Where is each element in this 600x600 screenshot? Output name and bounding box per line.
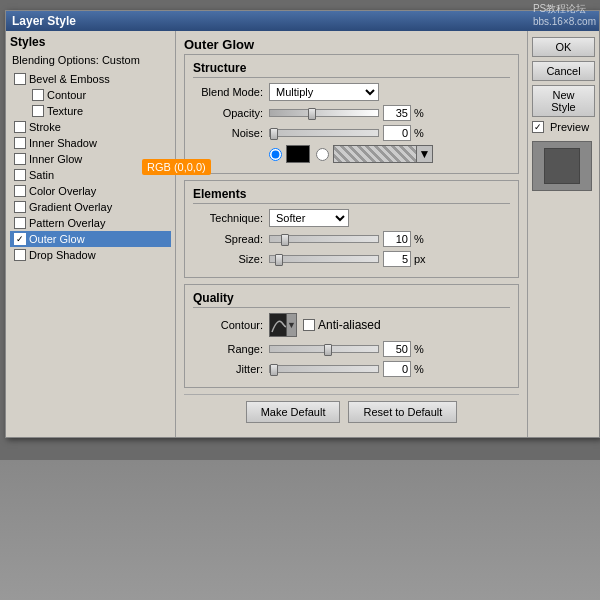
styles-panel: Styles Blending Options: Custom Bevel & … bbox=[6, 31, 176, 437]
blending-options-item[interactable]: Blending Options: Custom bbox=[10, 53, 171, 67]
color-swatch-gradient[interactable]: ▼ bbox=[333, 145, 433, 163]
anti-aliased-row: Anti-aliased bbox=[303, 318, 381, 332]
outer-glow-checkbox[interactable] bbox=[14, 233, 26, 245]
anti-aliased-label: Anti-aliased bbox=[318, 318, 381, 332]
opacity-row: Opacity: % bbox=[193, 105, 510, 121]
jitter-row: Jitter: % bbox=[193, 361, 510, 377]
contour-label: Contour: bbox=[193, 319, 263, 331]
elements-title: Elements bbox=[193, 187, 510, 204]
right-panel: OK Cancel New Style Preview bbox=[527, 31, 599, 437]
inner-glow-label: Inner Glow bbox=[29, 153, 82, 165]
texture-label: Texture bbox=[47, 105, 83, 117]
jitter-slider-track[interactable] bbox=[269, 365, 379, 373]
size-slider-thumb[interactable] bbox=[275, 254, 283, 266]
radio-gradient[interactable] bbox=[316, 148, 329, 161]
dialog-title: Layer Style bbox=[12, 14, 76, 28]
noise-slider-track[interactable] bbox=[269, 129, 379, 137]
sidebar-item-pattern-overlay[interactable]: Pattern Overlay bbox=[10, 215, 171, 231]
range-slider-thumb[interactable] bbox=[324, 344, 332, 356]
opacity-slider-track[interactable] bbox=[269, 109, 379, 117]
contour-label: Contour bbox=[47, 89, 86, 101]
sidebar-item-bevel-emboss[interactable]: Bevel & Emboss bbox=[10, 71, 171, 87]
noise-input[interactable] bbox=[383, 125, 411, 141]
gradient-dropdown-arrow[interactable]: ▼ bbox=[416, 146, 432, 162]
bevel-emboss-checkbox[interactable] bbox=[14, 73, 26, 85]
jitter-unit: % bbox=[414, 363, 430, 375]
blend-mode-row: Blend Mode: Multiply bbox=[193, 83, 510, 101]
contour-checkbox[interactable] bbox=[32, 89, 44, 101]
jitter-label: Jitter: bbox=[193, 363, 263, 375]
satin-checkbox[interactable] bbox=[14, 169, 26, 181]
main-panel: Outer Glow Structure Blend Mode: Multipl… bbox=[176, 31, 527, 437]
bevel-emboss-label: Bevel & Emboss bbox=[29, 73, 110, 85]
inner-glow-checkbox[interactable] bbox=[14, 153, 26, 165]
sidebar-item-gradient-overlay[interactable]: Gradient Overlay bbox=[10, 199, 171, 215]
contour-row: Contour: ▼ Anti-aliased bbox=[193, 313, 510, 337]
stroke-checkbox[interactable] bbox=[14, 121, 26, 133]
preview-inner bbox=[544, 148, 580, 184]
size-input[interactable] bbox=[383, 251, 411, 267]
rocket-background bbox=[0, 460, 600, 600]
blend-mode-select[interactable]: Multiply bbox=[269, 83, 379, 101]
color-overlay-checkbox[interactable] bbox=[14, 185, 26, 197]
noise-slider-thumb[interactable] bbox=[270, 128, 278, 140]
ok-button[interactable]: OK bbox=[532, 37, 595, 57]
range-slider-track[interactable] bbox=[269, 345, 379, 353]
size-slider-track[interactable] bbox=[269, 255, 379, 263]
quality-section: Quality Contour: ▼ Anti-aliased bbox=[184, 284, 519, 388]
color-swatch-black[interactable] bbox=[286, 145, 310, 163]
satin-label: Satin bbox=[29, 169, 54, 181]
bottom-buttons: Make Default Reset to Default bbox=[184, 394, 519, 431]
inner-shadow-checkbox[interactable] bbox=[14, 137, 26, 149]
quality-title: Quality bbox=[193, 291, 510, 308]
range-label: Range: bbox=[193, 343, 263, 355]
dialog-titlebar: Layer Style bbox=[6, 11, 599, 31]
sidebar-item-drop-shadow[interactable]: Drop Shadow bbox=[10, 247, 171, 263]
spread-input[interactable] bbox=[383, 231, 411, 247]
contour-preview[interactable]: ▼ bbox=[269, 313, 297, 337]
anti-aliased-checkbox[interactable] bbox=[303, 319, 315, 331]
color-swatch-row: ▼ bbox=[269, 145, 510, 163]
spread-slider-track[interactable] bbox=[269, 235, 379, 243]
preview-label-row: Preview bbox=[532, 121, 595, 133]
texture-checkbox[interactable] bbox=[32, 105, 44, 117]
sidebar-item-outer-glow[interactable]: Outer Glow bbox=[10, 231, 171, 247]
noise-unit: % bbox=[414, 127, 430, 139]
spread-slider-thumb[interactable] bbox=[281, 234, 289, 246]
reset-default-button[interactable]: Reset to Default bbox=[348, 401, 457, 423]
sidebar-item-texture[interactable]: Texture bbox=[10, 103, 171, 119]
sidebar-item-inner-glow[interactable]: Inner Glow bbox=[10, 151, 171, 167]
opacity-unit: % bbox=[414, 107, 430, 119]
noise-row: Noise: % bbox=[193, 125, 510, 141]
preview-checkbox[interactable] bbox=[532, 121, 544, 133]
sidebar-item-inner-shadow[interactable]: Inner Shadow bbox=[10, 135, 171, 151]
structure-section: Structure Blend Mode: Multiply Opacity: … bbox=[184, 54, 519, 174]
section-main-title: Outer Glow bbox=[184, 37, 519, 52]
pattern-overlay-checkbox[interactable] bbox=[14, 217, 26, 229]
opacity-slider-thumb[interactable] bbox=[308, 108, 316, 120]
technique-label: Technique: bbox=[193, 212, 263, 224]
range-row: Range: % bbox=[193, 341, 510, 357]
make-default-button[interactable]: Make Default bbox=[246, 401, 341, 423]
size-unit: px bbox=[414, 253, 430, 265]
sidebar-item-satin[interactable]: Satin bbox=[10, 167, 171, 183]
preview-label: Preview bbox=[550, 121, 589, 133]
technique-select[interactable]: Softer bbox=[269, 209, 349, 227]
jitter-slider-thumb[interactable] bbox=[270, 364, 278, 376]
drop-shadow-checkbox[interactable] bbox=[14, 249, 26, 261]
blend-mode-label: Blend Mode: bbox=[193, 86, 263, 98]
new-style-button[interactable]: New Style bbox=[532, 85, 595, 117]
opacity-input[interactable] bbox=[383, 105, 411, 121]
sidebar-item-stroke[interactable]: Stroke bbox=[10, 119, 171, 135]
sidebar-item-contour[interactable]: Contour bbox=[10, 87, 171, 103]
cancel-button[interactable]: Cancel bbox=[532, 61, 595, 81]
sidebar-item-color-overlay[interactable]: Color Overlay bbox=[10, 183, 171, 199]
preview-box bbox=[532, 141, 592, 191]
range-unit: % bbox=[414, 343, 430, 355]
noise-label: Noise: bbox=[193, 127, 263, 139]
radio-solid[interactable] bbox=[269, 148, 282, 161]
jitter-input[interactable] bbox=[383, 361, 411, 377]
structure-title: Structure bbox=[193, 61, 510, 78]
range-input[interactable] bbox=[383, 341, 411, 357]
gradient-overlay-checkbox[interactable] bbox=[14, 201, 26, 213]
